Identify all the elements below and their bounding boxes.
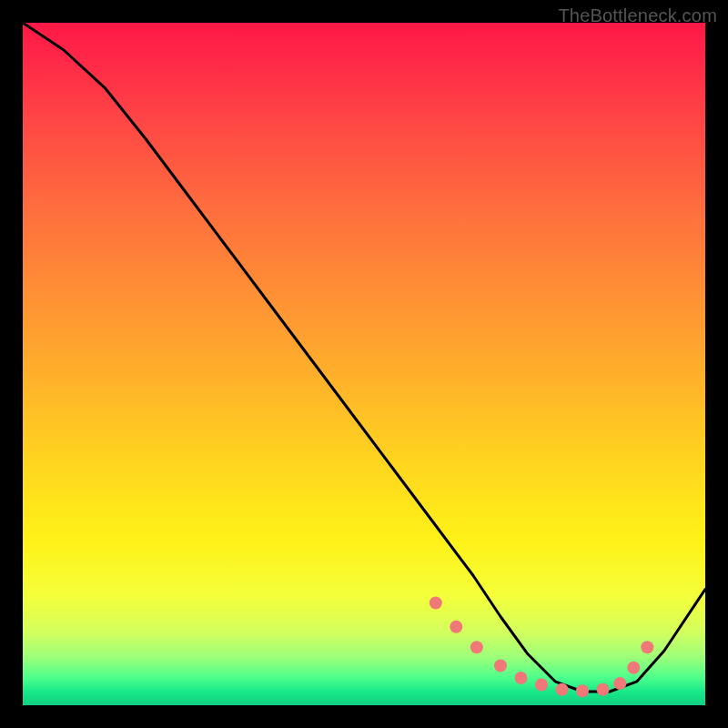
chart-marker-dot [535, 679, 548, 692]
chart-marker-dot [597, 683, 610, 696]
chart-marker-dot [576, 684, 589, 697]
chart-marker-dot [627, 662, 640, 674]
chart-marker-dot [430, 597, 442, 610]
chart-plot-area [23, 23, 705, 705]
chart-curve [23, 23, 705, 692]
chart-svg [23, 23, 705, 705]
chart-marker-dot [515, 672, 528, 684]
chart-marker-dot [450, 621, 462, 633]
chart-marker-dot [613, 677, 626, 690]
chart-marker-dot [470, 641, 483, 653]
watermark-text: TheBottleneck.com [558, 5, 717, 26]
chart-marker-dot [556, 683, 569, 696]
chart-marker-dot [494, 660, 507, 672]
chart-marker-dot [641, 641, 653, 653]
chart-markers [430, 597, 654, 698]
